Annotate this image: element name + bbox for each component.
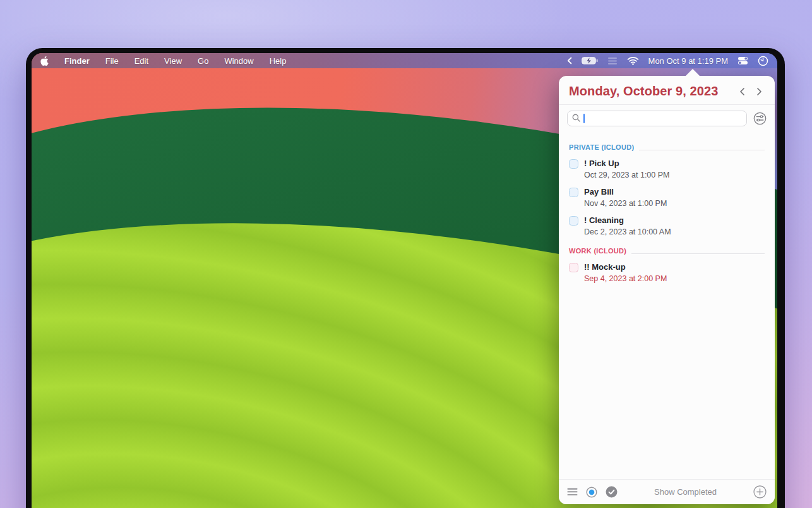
menu-window[interactable]: Window [224, 56, 253, 66]
show-completed-button[interactable]: Show Completed [626, 487, 745, 497]
reminder-list: PRIVATE (ICLOUD) ! Pick Up Oct 29, 2023 … [559, 131, 775, 283]
reminder-item[interactable]: ! Cleaning Dec 2, 2023 at 10:00 AM [569, 215, 765, 236]
completed-filter-button[interactable] [606, 486, 618, 498]
reminder-item[interactable]: Pay Bill Nov 4, 2023 at 1:00 PM [569, 187, 765, 208]
apple-menu-icon[interactable] [40, 56, 49, 66]
reminder-title: ! Cleaning [584, 215, 671, 225]
menu-finder[interactable]: Finder [64, 56, 90, 66]
panel-date-title: Monday, October 9, 2023 [569, 84, 718, 99]
section-header-private: PRIVATE (ICLOUD) [569, 141, 765, 151]
menu-go[interactable]: Go [198, 56, 208, 66]
desktop-wallpaper: Finder File Edit View Go Window Help [32, 53, 777, 508]
reminder-due-date: Dec 2, 2023 at 10:00 AM [584, 227, 671, 236]
dimmed-status-icon[interactable] [607, 57, 618, 65]
reminder-checkbox[interactable] [569, 188, 578, 197]
reminder-due-date: Sep 4, 2023 at 2:00 PM [584, 274, 667, 283]
reminder-checkbox[interactable] [569, 263, 578, 272]
menu-bar-clock[interactable]: Mon Oct 9 at 1:19 PM [648, 56, 728, 66]
hidden-items-chevron-icon[interactable] [567, 57, 572, 64]
reminder-title: Pay Bill [584, 187, 667, 197]
reminder-checkbox[interactable] [569, 159, 578, 169]
reminder-due-date: Oct 29, 2023 at 1:00 PM [584, 171, 670, 179]
focus-filter-button[interactable] [586, 487, 597, 498]
reminder-due-date: Nov 4, 2023 at 1:00 PM [584, 199, 667, 208]
wifi-icon[interactable] [627, 56, 639, 65]
panel-footer: Show Completed [559, 479, 775, 504]
popover-arrow [685, 69, 700, 76]
menu-edit[interactable]: Edit [134, 56, 148, 66]
menu-bar: Finder File Edit View Go Window Help [32, 53, 777, 68]
section-label: PRIVATE (ICLOUD) [569, 143, 634, 151]
control-center-icon[interactable] [737, 56, 748, 65]
list-options-button[interactable] [567, 488, 578, 496]
reminder-item[interactable]: !! Mock-up Sep 4, 2023 at 2:00 PM [569, 262, 765, 283]
search-input[interactable] [588, 114, 742, 123]
search-field[interactable] [567, 111, 747, 126]
section-label: WORK (ICLOUD) [569, 247, 626, 255]
reminder-checkbox[interactable] [569, 216, 578, 226]
section-divider [639, 150, 765, 150]
battery-charging-icon[interactable] [582, 57, 598, 64]
mac-screen-bezel: Finder File Edit View Go Window Help [26, 48, 785, 508]
reminders-popover: Monday, October 9, 2023 [559, 76, 775, 504]
previous-day-button[interactable] [737, 85, 748, 98]
desktop-background: Finder File Edit View Go Window Help [0, 0, 812, 508]
section-header-work: WORK (ICLOUD) [569, 245, 765, 255]
menu-file[interactable]: File [105, 56, 119, 66]
section-divider [631, 253, 765, 254]
reminder-title: !! Mock-up [584, 262, 667, 272]
reminder-title: ! Pick Up [584, 159, 670, 168]
text-cursor [583, 114, 585, 123]
menu-help[interactable]: Help [270, 56, 287, 66]
add-reminder-button[interactable] [753, 485, 767, 499]
reminder-item[interactable]: ! Pick Up Oct 29, 2023 at 1:00 PM [569, 159, 765, 179]
reminders-clock-icon[interactable] [758, 56, 768, 66]
search-icon [572, 113, 580, 124]
menu-view[interactable]: View [164, 56, 182, 66]
next-day-button[interactable] [754, 85, 765, 98]
filter-button[interactable] [753, 112, 767, 125]
